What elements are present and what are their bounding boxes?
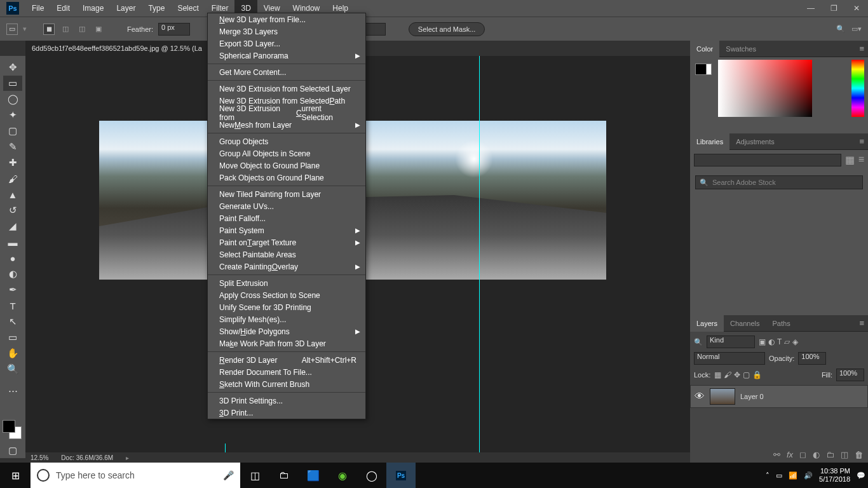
menu-item[interactable]: New Tiled Painting from Layer (208, 188, 365, 200)
mask-icon[interactable]: ◻ (799, 450, 806, 459)
select-and-mask-button[interactable]: Select and Mask... (409, 22, 485, 36)
restore-button[interactable]: ❐ (822, 0, 845, 17)
menu-item[interactable]: Unify Scene for 3D Printing (208, 301, 365, 313)
filter-smart-icon[interactable]: ◈ (792, 337, 798, 346)
menu-image[interactable]: Image (76, 0, 110, 17)
tab-color[interactable]: Color (690, 41, 719, 57)
marquee-tool-indicator[interactable]: ▭ (6, 24, 18, 35)
explorer-icon[interactable]: 🗀 (269, 463, 299, 488)
intersect-selection-icon[interactable]: ▣ (93, 24, 104, 35)
menu-item[interactable]: Get More Content... (208, 66, 365, 78)
filter-kind-select[interactable]: Kind (707, 336, 755, 348)
utorrent-icon[interactable]: ◉ (328, 463, 357, 488)
zoom-tool[interactable]: 🔍 (3, 362, 22, 377)
library-select[interactable] (694, 154, 841, 166)
tab-layers[interactable]: Layers (690, 315, 724, 332)
marquee-tool[interactable]: ▭ (3, 76, 22, 91)
group-icon[interactable]: 🗀 (826, 450, 834, 459)
minimize-button[interactable]: — (799, 0, 822, 17)
lock-all-icon[interactable]: 🔒 (752, 370, 762, 379)
menu-item[interactable]: Show/Hide Polygons▶ (208, 325, 365, 337)
path-select-tool[interactable]: ↖ (3, 314, 22, 329)
tab-channels[interactable]: Channels (724, 315, 766, 332)
menu-item[interactable]: Simplify Mesh(es)... (208, 313, 365, 325)
tab-paths[interactable]: Paths (766, 315, 797, 332)
filter-pixel-icon[interactable]: ▣ (759, 337, 766, 346)
lock-pixels-icon[interactable]: 🖌 (724, 370, 731, 379)
filter-shape-icon[interactable]: ▱ (784, 337, 790, 346)
rectangle-tool[interactable]: ▭ (3, 330, 22, 345)
menu-item[interactable]: Render 3D LayerAlt+Shift+Ctrl+R (208, 354, 365, 366)
menu-item[interactable]: Render Document To File... (208, 366, 365, 378)
fill-input[interactable]: 100% (836, 369, 864, 381)
stock-search-input[interactable]: 🔍 Search Adobe Stock (695, 175, 863, 189)
menu-file[interactable]: File (25, 0, 50, 17)
menu-item[interactable]: Paint System▶ (208, 224, 365, 236)
grid-view-icon[interactable]: ▦ (845, 154, 855, 166)
filter-type-icon[interactable]: T (777, 337, 782, 346)
eyedropper-tool[interactable]: ✎ (3, 139, 22, 154)
lock-transparent-icon[interactable]: ▦ (714, 370, 721, 379)
new-selection-icon[interactable]: ◼ (43, 24, 55, 35)
search-icon[interactable]: 🔍 (836, 25, 845, 33)
move-tool[interactable]: ✥ (3, 60, 22, 75)
tray-expand-icon[interactable]: ˄ (766, 471, 770, 480)
lock-position-icon[interactable]: ✥ (734, 370, 740, 379)
store-icon[interactable]: 🟦 (299, 463, 328, 488)
wifi-icon[interactable]: 📶 (789, 471, 797, 480)
pen-tool[interactable]: ✒ (3, 282, 22, 297)
guide-vertical[interactable] (479, 56, 480, 452)
menu-item[interactable]: Sketch With Current Brush (208, 378, 365, 390)
menu-item[interactable]: Apply Cross Section to Scene (208, 289, 365, 301)
feather-input[interactable]: 0 px (158, 23, 190, 36)
menu-item[interactable]: Select Paintable Areas (208, 248, 365, 261)
link-icon[interactable]: ⚯ (773, 450, 780, 459)
taskbar-search[interactable]: Type here to search 🎤 (31, 463, 240, 488)
chrome-icon[interactable]: ◯ (357, 463, 386, 488)
start-button[interactable]: ⊞ (0, 463, 31, 488)
filter-adjust-icon[interactable]: ◐ (768, 337, 775, 346)
panel-menu-icon[interactable]: ≡ (859, 318, 864, 328)
add-selection-icon[interactable]: ◫ (60, 24, 71, 35)
crop-tool[interactable]: ▢ (3, 123, 22, 139)
blur-tool[interactable]: ● (3, 250, 22, 266)
stamp-tool[interactable]: ▲ (3, 187, 22, 202)
tab-adjustments[interactable]: Adjustments (729, 133, 781, 150)
menu-item[interactable]: Split Extrusion (208, 277, 365, 289)
fx-icon[interactable]: fx (787, 450, 793, 459)
menu-item[interactable]: 3D Print... (208, 407, 365, 419)
menu-item[interactable]: New 3D Extrusion from Current Selection (208, 107, 365, 119)
panel-menu-icon[interactable]: ≡ (859, 137, 864, 146)
hand-tool[interactable]: ✋ (3, 346, 22, 361)
new-layer-icon[interactable]: ◫ (841, 450, 848, 459)
layer-row[interactable]: 👁 Layer 0 (690, 385, 868, 408)
type-tool[interactable]: T (3, 298, 22, 313)
menu-layer[interactable]: Layer (110, 0, 142, 17)
trash-icon[interactable]: 🗑 (855, 451, 863, 460)
eraser-tool[interactable]: ◢ (3, 219, 22, 234)
menu-item[interactable]: Pack Objects on Ground Plane (208, 172, 365, 184)
menu-item[interactable]: New 3D Extrusion from Selected Layer (208, 83, 365, 95)
history-brush-tool[interactable]: ↺ (3, 203, 22, 218)
document-tab[interactable]: 6dd59cb1f7e848eeffef386521abd59e.jpg @ 1… (25, 41, 208, 56)
panel-menu-icon[interactable]: ≡ (859, 44, 864, 53)
tab-libraries[interactable]: Libraries (690, 133, 729, 150)
menu-item[interactable]: Export 3D Layer... (208, 37, 365, 50)
workspace-icon[interactable]: ▭▾ (851, 25, 862, 33)
fg-color-swatch[interactable] (695, 64, 707, 75)
menu-item[interactable]: Create Painting Overlay▶ (208, 261, 365, 273)
menu-item[interactable]: Spherical Panorama▶ (208, 50, 365, 62)
dodge-tool[interactable]: ◐ (3, 266, 22, 281)
menu-select[interactable]: Select (171, 0, 205, 17)
task-view-icon[interactable]: ◫ (240, 463, 269, 488)
menu-item[interactable]: New 3D Layer from File... (208, 13, 365, 25)
menu-edit[interactable]: Edit (50, 0, 76, 17)
menu-type[interactable]: Type (142, 0, 171, 17)
volume-icon[interactable]: 🔊 (804, 471, 813, 480)
menu-item[interactable]: Generate UVs... (208, 200, 365, 212)
healing-tool[interactable]: ✚ (3, 155, 22, 170)
menu-item[interactable]: 3D Print Settings... (208, 395, 365, 407)
opacity-input[interactable]: 100% (798, 352, 826, 365)
lock-artboard-icon[interactable]: ▢ (743, 370, 750, 379)
color-field[interactable] (718, 60, 812, 117)
